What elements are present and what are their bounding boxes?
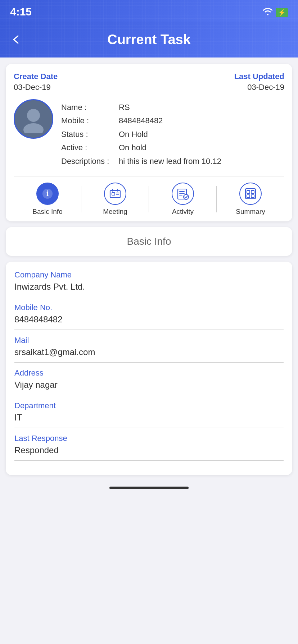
- section-title-card: Basic Info: [6, 227, 292, 256]
- mobile-key: Mobile :: [61, 114, 119, 127]
- battery-bolt: ⚡: [278, 9, 286, 17]
- name-value: RS: [119, 101, 130, 114]
- wifi-icon: [263, 8, 273, 18]
- summary-icon-circle: [239, 183, 262, 205]
- address-value: Vijay nagar: [14, 380, 284, 395]
- active-value: On hold: [119, 141, 146, 154]
- tab-activity-label: Activity: [172, 208, 194, 216]
- last-updated-col: Last Updated 03-Dec-19: [234, 72, 284, 92]
- basic-info-icon-circle: i: [36, 183, 59, 205]
- department-label: Department: [14, 401, 284, 410]
- mobile-row: Mobile : 8484848482: [61, 114, 284, 127]
- battery-icon: ⚡: [276, 8, 288, 17]
- svg-text:i: i: [46, 189, 49, 198]
- tab-summary[interactable]: Summary: [217, 183, 284, 216]
- tab-summary-label: Summary: [236, 208, 265, 216]
- status-icons: ⚡: [263, 8, 288, 18]
- date-row: Create Date 03-Dec-19 Last Updated 03-De…: [14, 72, 284, 92]
- status-time: 4:15: [10, 6, 32, 18]
- status-value: On Hold: [119, 128, 148, 141]
- app-header: Current Task: [0, 22, 298, 58]
- svg-rect-17: [251, 190, 254, 193]
- name-key: Name :: [61, 101, 119, 114]
- department-value: IT: [14, 413, 284, 428]
- company-name-label: Company Name: [14, 270, 284, 280]
- active-row: Active : On hold: [61, 141, 284, 154]
- svg-rect-5: [112, 193, 115, 195]
- tab-basic-info[interactable]: i Basic Info: [14, 183, 81, 216]
- company-name-value: Inwizards Pvt. Ltd.: [14, 282, 284, 297]
- svg-rect-19: [251, 195, 254, 198]
- info-card: Create Date 03-Dec-19 Last Updated 03-De…: [6, 64, 292, 221]
- profile-section: Name : RS Mobile : 8484848482 Status : O…: [14, 99, 284, 168]
- svg-point-1: [23, 123, 44, 133]
- mobile-label: Mobile No.: [14, 303, 284, 312]
- tab-activity[interactable]: Activity: [149, 183, 217, 216]
- name-row: Name : RS: [61, 101, 284, 114]
- create-date-col: Create Date 03-Dec-19: [14, 72, 58, 92]
- active-key: Active :: [61, 141, 119, 154]
- section-title: Basic Info: [127, 236, 171, 247]
- back-button[interactable]: [10, 34, 22, 45]
- svg-rect-16: [247, 190, 250, 193]
- status-bar: 4:15 ⚡: [0, 0, 298, 22]
- field-address: Address Vijay nagar: [14, 368, 284, 395]
- main-content: Create Date 03-Dec-19 Last Updated 03-De…: [0, 58, 298, 482]
- field-company-name: Company Name Inwizards Pvt. Ltd.: [14, 270, 284, 297]
- tab-bar: i Basic Info Meeting: [14, 176, 284, 221]
- mail-label: Mail: [14, 336, 284, 345]
- tab-meeting-label: Meeting: [103, 208, 127, 216]
- activity-icon-circle: [172, 183, 194, 205]
- avatar: [14, 99, 53, 139]
- profile-details: Name : RS Mobile : 8484848482 Status : O…: [61, 99, 284, 168]
- home-indicator: [0, 482, 298, 496]
- mobile-no-value: 8484848482: [14, 314, 284, 330]
- status-row: Status : On Hold: [61, 128, 284, 141]
- form-card: Company Name Inwizards Pvt. Ltd. Mobile …: [6, 262, 292, 475]
- svg-point-0: [27, 109, 40, 122]
- last-response-value: Responded: [14, 445, 284, 461]
- descriptions-row: Descriptions : hi this is new lead from …: [61, 155, 284, 168]
- home-bar: [109, 487, 189, 489]
- address-label: Address: [14, 368, 284, 378]
- mail-value: srsaikat1@gmai.com: [14, 347, 284, 363]
- last-updated-value: 03-Dec-19: [234, 83, 284, 92]
- meeting-icon-circle: [104, 183, 126, 205]
- create-date-value: 03-Dec-19: [14, 83, 58, 92]
- descriptions-key: Descriptions :: [61, 155, 119, 168]
- descriptions-value: hi this is new lead from 10.12: [119, 155, 221, 168]
- page-title: Current Task: [107, 32, 191, 47]
- field-department: Department IT: [14, 401, 284, 428]
- status-key: Status :: [61, 128, 119, 141]
- svg-rect-18: [247, 195, 250, 198]
- tab-meeting[interactable]: Meeting: [81, 183, 149, 216]
- field-mobile: Mobile No. 8484848482: [14, 303, 284, 330]
- mobile-value: 8484848482: [119, 114, 163, 127]
- last-response-label: Last Response: [14, 434, 284, 443]
- field-last-response: Last Response Responded: [14, 434, 284, 461]
- last-updated-label: Last Updated: [234, 72, 284, 81]
- tab-basic-info-label: Basic Info: [32, 208, 62, 216]
- create-date-label: Create Date: [14, 72, 58, 81]
- field-mail: Mail srsaikat1@gmai.com: [14, 336, 284, 363]
